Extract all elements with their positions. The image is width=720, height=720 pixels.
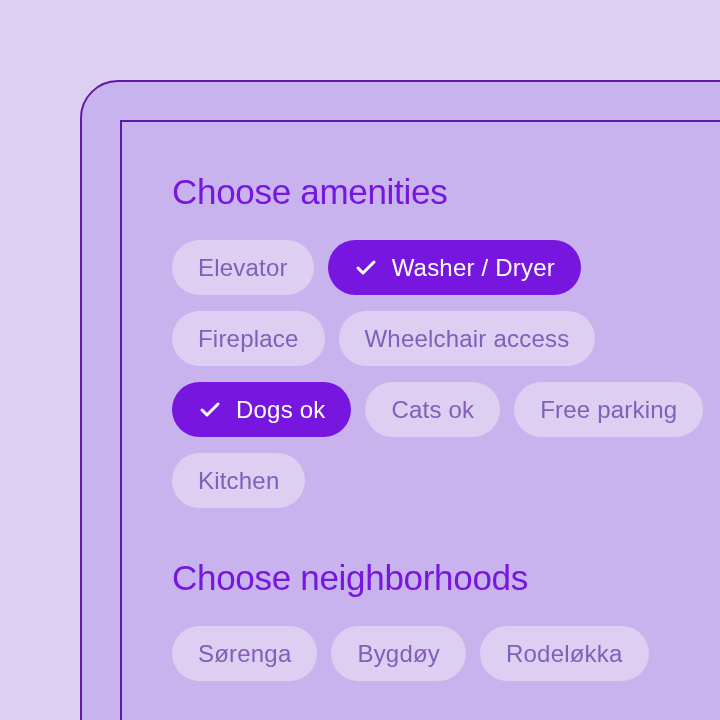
chip-label: Elevator — [198, 254, 288, 282]
chip-washer-dryer[interactable]: Washer / Dryer — [328, 240, 581, 295]
chip-rodelokka[interactable]: Rodeløkka — [480, 626, 649, 681]
chip-wheelchair-access[interactable]: Wheelchair access — [339, 311, 596, 366]
chip-dogs-ok[interactable]: Dogs ok — [172, 382, 351, 437]
chip-label: Sørenga — [198, 640, 291, 668]
amenities-title: Choose amenities — [172, 172, 708, 212]
outer-panel: Choose amenities Elevator Washer / Dryer… — [80, 80, 720, 720]
chip-elevator[interactable]: Elevator — [172, 240, 314, 295]
chip-label: Washer / Dryer — [392, 254, 555, 282]
chip-label: Dogs ok — [236, 396, 325, 424]
chip-fireplace[interactable]: Fireplace — [172, 311, 325, 366]
amenities-chip-row: Elevator Washer / Dryer Fireplace Wheelc… — [172, 240, 708, 508]
inner-panel: Choose amenities Elevator Washer / Dryer… — [120, 120, 720, 720]
chip-sorenga[interactable]: Sørenga — [172, 626, 317, 681]
chip-label: Wheelchair access — [365, 325, 570, 353]
chip-label: Fireplace — [198, 325, 299, 353]
check-icon — [198, 398, 222, 422]
chip-label: Rodeløkka — [506, 640, 623, 668]
chip-label: Free parking — [540, 396, 677, 424]
chip-cats-ok[interactable]: Cats ok — [365, 382, 500, 437]
chip-label: Bygdøy — [357, 640, 440, 668]
chip-bygdoy[interactable]: Bygdøy — [331, 626, 466, 681]
chip-label: Cats ok — [391, 396, 474, 424]
chip-kitchen[interactable]: Kitchen — [172, 453, 305, 508]
chip-label: Kitchen — [198, 467, 279, 495]
neighborhoods-title: Choose neighborhoods — [172, 558, 708, 598]
chip-free-parking[interactable]: Free parking — [514, 382, 703, 437]
neighborhoods-chip-row: Sørenga Bygdøy Rodeløkka — [172, 626, 708, 681]
check-icon — [354, 256, 378, 280]
